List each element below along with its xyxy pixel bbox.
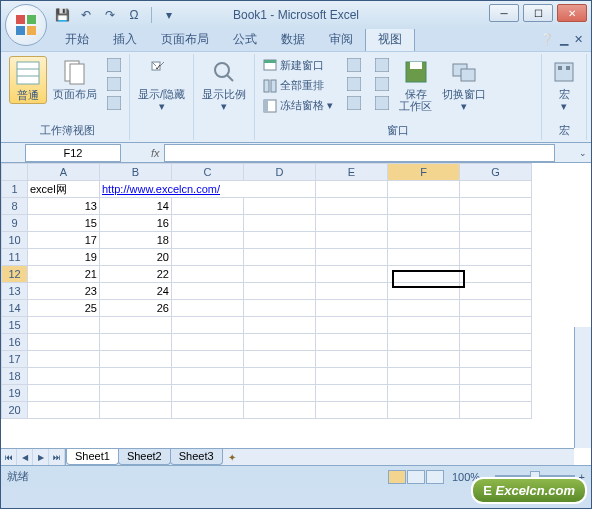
rowhead[interactable]: 1	[2, 181, 28, 198]
cell[interactable]	[28, 368, 100, 385]
cell[interactable]	[244, 368, 316, 385]
pagebreak-view-status-button[interactable]	[426, 470, 444, 484]
fullscreen-button[interactable]	[103, 94, 125, 112]
sheet-tab-1[interactable]: Sheet1	[66, 449, 119, 465]
cell[interactable]	[244, 351, 316, 368]
cell[interactable]	[316, 249, 388, 266]
cell[interactable]	[244, 232, 316, 249]
cell[interactable]	[316, 334, 388, 351]
cell[interactable]	[316, 368, 388, 385]
cell[interactable]	[172, 402, 244, 419]
colhead-A[interactable]: A	[28, 164, 100, 181]
cell[interactable]	[388, 232, 460, 249]
cell[interactable]	[244, 198, 316, 215]
cell[interactable]	[460, 232, 532, 249]
cell[interactable]	[244, 283, 316, 300]
cell[interactable]	[172, 232, 244, 249]
cell[interactable]	[316, 300, 388, 317]
cell[interactable]: 13	[28, 198, 100, 215]
tab-home[interactable]: 开始	[53, 28, 101, 51]
cell[interactable]	[316, 402, 388, 419]
hide-button[interactable]	[343, 75, 365, 93]
cell[interactable]: 16	[100, 215, 172, 232]
formula-bar-expand-icon[interactable]: ⌄	[575, 148, 591, 158]
cell[interactable]	[460, 385, 532, 402]
tab-review[interactable]: 审阅	[317, 28, 365, 51]
cell[interactable]	[100, 368, 172, 385]
cell[interactable]	[28, 334, 100, 351]
rowhead[interactable]: 10	[2, 232, 28, 249]
cell[interactable]	[172, 368, 244, 385]
split-button[interactable]	[343, 56, 365, 74]
cell[interactable]: 26	[100, 300, 172, 317]
tab-pagelayout[interactable]: 页面布局	[149, 28, 221, 51]
grid-table[interactable]: A B C D E F G 1 excel网 http://www.excelc…	[1, 163, 532, 419]
colhead-E[interactable]: E	[316, 164, 388, 181]
cell[interactable]: 24	[100, 283, 172, 300]
new-window-button[interactable]: 新建窗口	[259, 56, 337, 75]
tab-formulas[interactable]: 公式	[221, 28, 269, 51]
cell[interactable]	[316, 266, 388, 283]
sheet-tab-3[interactable]: Sheet3	[170, 449, 223, 465]
name-box[interactable]: F12	[25, 144, 121, 162]
cell[interactable]	[28, 402, 100, 419]
cell[interactable]	[172, 300, 244, 317]
minimize-button[interactable]: ─	[489, 4, 519, 22]
cell[interactable]	[244, 334, 316, 351]
rowhead[interactable]: 9	[2, 215, 28, 232]
cell[interactable]	[460, 351, 532, 368]
close-workbook-button[interactable]: ✕	[574, 33, 583, 46]
cell[interactable]	[460, 317, 532, 334]
cell[interactable]	[172, 317, 244, 334]
side-by-side-button[interactable]	[371, 56, 393, 74]
reset-pos-button[interactable]	[371, 94, 393, 112]
cell[interactable]	[244, 385, 316, 402]
cell[interactable]	[172, 266, 244, 283]
cell[interactable]	[172, 334, 244, 351]
cell[interactable]	[28, 317, 100, 334]
cell[interactable]: 23	[28, 283, 100, 300]
cell[interactable]	[172, 198, 244, 215]
cell[interactable]	[460, 266, 532, 283]
cell[interactable]	[244, 300, 316, 317]
fx-icon[interactable]: fx	[151, 147, 160, 159]
cell[interactable]	[172, 215, 244, 232]
sheet-tab-2[interactable]: Sheet2	[118, 449, 171, 465]
sheet-nav-next[interactable]: ▶	[33, 449, 49, 465]
cell[interactable]	[100, 351, 172, 368]
cell[interactable]	[388, 300, 460, 317]
minimize-ribbon-button[interactable]: ▁	[560, 33, 568, 46]
undo-button[interactable]: ↶	[77, 6, 95, 24]
colhead-C[interactable]: C	[172, 164, 244, 181]
unhide-button[interactable]	[343, 94, 365, 112]
cell[interactable]	[460, 198, 532, 215]
sheet-nav-prev[interactable]: ◀	[17, 449, 33, 465]
cell[interactable]	[28, 351, 100, 368]
vertical-scrollbar[interactable]	[574, 327, 591, 448]
cell[interactable]: excel网	[28, 181, 100, 198]
cell[interactable]: 20	[100, 249, 172, 266]
cell[interactable]	[316, 351, 388, 368]
cell[interactable]	[388, 317, 460, 334]
cell[interactable]	[244, 215, 316, 232]
cell[interactable]	[388, 283, 460, 300]
cell[interactable]	[388, 198, 460, 215]
cell[interactable]	[316, 317, 388, 334]
office-button[interactable]	[5, 4, 47, 46]
cell[interactable]	[388, 181, 460, 198]
tab-data[interactable]: 数据	[269, 28, 317, 51]
colhead-F[interactable]: F	[388, 164, 460, 181]
cell[interactable]: 22	[100, 266, 172, 283]
page-layout-view-button[interactable]: 页面布局	[49, 56, 101, 102]
cell[interactable]	[388, 385, 460, 402]
freeze-panes-button[interactable]: 冻结窗格 ▾	[259, 96, 337, 115]
arrange-all-button[interactable]: 全部重排	[259, 76, 337, 95]
hyperlink[interactable]: http://www.excelcn.com/	[102, 183, 220, 195]
qat-customize-icon[interactable]: ▾	[160, 6, 178, 24]
cell[interactable]	[388, 249, 460, 266]
colhead-G[interactable]: G	[460, 164, 532, 181]
cell[interactable]: 21	[28, 266, 100, 283]
sync-scroll-button[interactable]	[371, 75, 393, 93]
cell[interactable]: 14	[100, 198, 172, 215]
tab-view[interactable]: 视图	[365, 27, 415, 51]
